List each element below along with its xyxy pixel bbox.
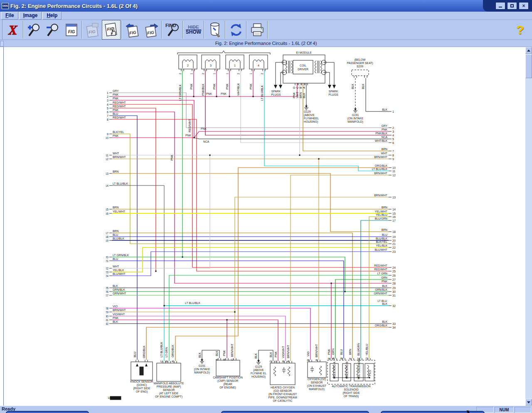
- figure-select-button[interactable]: FIG: [102, 20, 121, 40]
- hide-show-button[interactable]: HIDE SHOW: [184, 20, 203, 40]
- svg-text:PNK: PNK: [170, 155, 173, 161]
- svg-text:PNK: PNK: [113, 134, 118, 137]
- svg-text:VIO: VIO: [113, 305, 118, 308]
- svg-text:PNK: PNK: [113, 93, 118, 96]
- svg-text:(RIGHT SIDE: (RIGHT SIDE: [133, 387, 150, 390]
- svg-text:PNK: PNK: [293, 92, 296, 98]
- svg-text:LT GRN/BLK: LT GRN/BLK: [113, 254, 129, 257]
- svg-text:A: A: [215, 359, 218, 361]
- toolbar: X FIG FIG FIG FIG FIG FIND: [0, 20, 532, 40]
- restore-button[interactable]: [507, 2, 517, 10]
- svg-text:RED/WHT: RED/WHT: [113, 105, 126, 108]
- svg-text:BLU/GRN: BLU/GRN: [375, 217, 387, 220]
- svg-text:PNK: PNK: [201, 127, 207, 130]
- svg-text:12: 12: [392, 174, 396, 177]
- svg-text:1: 1: [392, 110, 394, 113]
- zoom-in-icon: [27, 22, 42, 37]
- figure-caption: Fig. 2: Engine Performance Circuits - 1.…: [0, 41, 532, 46]
- close-window-button[interactable]: ×: [519, 2, 529, 10]
- paint-bucket-icon: [207, 22, 222, 38]
- svg-text:BLK: BLK: [362, 84, 365, 89]
- svg-text:15: 15: [106, 208, 108, 211]
- app-icon: ODS: [2, 3, 9, 9]
- vertical-scrollbar[interactable]: [525, 47, 532, 406]
- svg-text:VIO/WHT: VIO/WHT: [282, 346, 285, 358]
- taskbar-button[interactable]: [6, 411, 89, 413]
- svg-text:6: 6: [392, 141, 394, 144]
- svg-text:PNK: PNK: [185, 134, 191, 137]
- scroll-up-button[interactable]: [525, 47, 532, 54]
- svg-text:GRN/WHT: GRN/WHT: [113, 292, 126, 295]
- find-button[interactable]: FIND: [163, 20, 182, 40]
- svg-text:PNK: PNK: [113, 109, 118, 111]
- app-window: ODS Fig. 2: Engine Performance Circuits …: [0, 0, 532, 413]
- figure-disabled-button[interactable]: FIG: [83, 20, 102, 40]
- svg-text:1: 1: [190, 73, 193, 74]
- highlight-button[interactable]: [205, 20, 224, 40]
- svg-text:FIG: FIG: [88, 29, 96, 34]
- svg-text:GRN: GRN: [381, 276, 387, 279]
- previous-figure-button[interactable]: FIG: [123, 20, 142, 40]
- svg-text:VIO/WHT: VIO/WHT: [113, 313, 125, 316]
- svg-text:8: 8: [392, 154, 394, 157]
- svg-text:26: 26: [106, 290, 108, 293]
- next-figure-button[interactable]: FIG: [142, 20, 160, 40]
- svg-text:A: A: [332, 357, 335, 359]
- diagram-canvas[interactable]: 23141GRY2PNK3PNK4RED/WHT5RED/WHT6PNK7BLU…: [0, 47, 532, 406]
- svg-text:BRN: BRN: [382, 228, 387, 231]
- svg-text:LT BLU/BLK: LT BLU/BLK: [160, 341, 163, 357]
- svg-text:33: 33: [392, 322, 396, 325]
- taskbar-button[interactable]: [221, 411, 369, 413]
- hide-show-icon: HIDE SHOW: [186, 25, 201, 35]
- minimize-button[interactable]: [495, 2, 505, 10]
- svg-text:27: 27: [392, 278, 396, 281]
- svg-text:B: B: [340, 357, 343, 359]
- svg-text:(ON INTAKE: (ON INTAKE: [194, 368, 210, 371]
- svg-text:HOUSING): HOUSING): [304, 120, 318, 124]
- zoom-in-button[interactable]: [25, 20, 43, 40]
- svg-text:LT BLU/BLK: LT BLU/BLK: [261, 85, 264, 101]
- svg-text:OF ENG): OF ENG): [136, 390, 148, 393]
- svg-text:(AT LEFT SIDE: (AT LEFT SIDE: [159, 392, 179, 395]
- svg-text:RED/WHT: RED/WHT: [113, 101, 126, 104]
- svg-text:(ON INTAKE: (ON INTAKE: [347, 117, 364, 120]
- svg-text:BRN/WHT: BRN/WHT: [374, 194, 387, 197]
- svg-text:PNK: PNK: [223, 350, 226, 356]
- close-figure-button[interactable]: X: [3, 20, 22, 40]
- svg-text:BLK: BLK: [113, 284, 118, 287]
- svg-text:COIL: COIL: [300, 64, 306, 67]
- svg-text:G191: G191: [199, 364, 206, 367]
- svg-text:10: 10: [106, 136, 108, 139]
- svg-text:ORG/BLK: ORG/BLK: [375, 164, 388, 167]
- svg-text:FIG: FIG: [129, 30, 136, 35]
- scroll-down-button[interactable]: [525, 399, 532, 406]
- window-title: Fig. 2: Engine Performance Circuits - 1.…: [10, 3, 138, 9]
- svg-text:BRN/WHT: BRN/WHT: [287, 345, 290, 358]
- svg-text:HOUSING): HOUSING): [251, 375, 266, 378]
- scrollbar-thumb[interactable]: [525, 54, 532, 78]
- svg-text:G191: G191: [352, 114, 359, 116]
- svg-text:SENSOR: SENSOR: [311, 381, 323, 384]
- print-button[interactable]: [248, 20, 266, 40]
- svg-text:27: 27: [106, 294, 108, 297]
- svg-text:(ABOVE: (ABOVE: [253, 368, 264, 372]
- svg-text:BLK: BLK: [382, 320, 387, 323]
- figure-window-button[interactable]: FIG: [62, 20, 81, 40]
- menu-file[interactable]: File: [1, 12, 18, 20]
- svg-text:SPARK: SPARK: [329, 90, 338, 93]
- menu-image[interactable]: Image: [19, 12, 42, 20]
- menu-help[interactable]: Help: [42, 12, 62, 20]
- svg-text:5: 5: [392, 138, 394, 141]
- toolbar-handle: [0, 20, 2, 40]
- refresh-button[interactable]: [227, 20, 245, 40]
- svg-text:PCS: PCS: [368, 370, 371, 376]
- svg-text:18: 18: [106, 235, 108, 238]
- svg-text:2: 2: [261, 73, 264, 74]
- help-button[interactable]: ?: [511, 20, 530, 40]
- zoom-out-button[interactable]: [43, 20, 62, 40]
- svg-text:2: 2: [187, 64, 189, 67]
- svg-text:YEL/BLK: YEL/BLK: [113, 269, 124, 272]
- svg-text:12: 12: [106, 158, 108, 161]
- svg-text:YEL/BLK: YEL/BLK: [376, 244, 387, 247]
- svg-text:5: 5: [107, 107, 108, 110]
